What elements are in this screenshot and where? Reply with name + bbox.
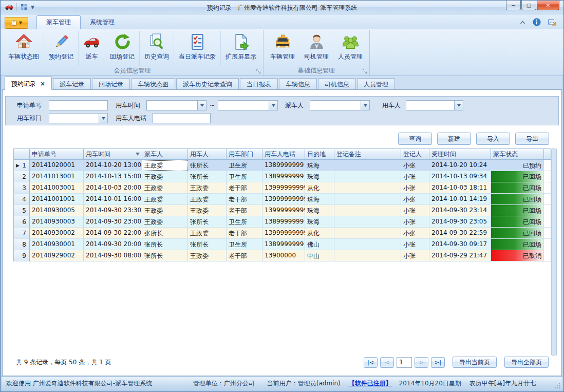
table-cell[interactable] [334, 239, 401, 250]
combo-dropdown-icon[interactable] [197, 101, 206, 110]
table-row[interactable]: 2201410130012014-10-13 15:00王政委张所长卫生所138… [13, 171, 551, 182]
table-cell[interactable]: 1389999999 [262, 216, 305, 228]
doc-tab[interactable]: 车辆信息 [279, 78, 317, 89]
table-cell[interactable]: 老干部 [227, 182, 262, 194]
resize-grip-icon[interactable] [555, 383, 560, 388]
ribbon-button[interactable]: 司机管理 [299, 31, 333, 66]
table-cell[interactable]: 王政委 [188, 228, 227, 239]
table-cell[interactable]: 王政委 [142, 216, 188, 228]
status-cell[interactable]: 已回场 [491, 205, 544, 216]
table-cell[interactable]: 2014-09-30 23:05 [429, 216, 491, 228]
table-row[interactable]: 6201409300032014-09-30 23:00王政委张所长卫生所138… [13, 216, 551, 228]
table-cell[interactable]: 王政委 [188, 250, 227, 262]
table-cell[interactable]: 1389999999 [262, 239, 305, 250]
table-row[interactable]: 7201409300022014-09-30 22:00张所长王政委老干部139… [13, 228, 551, 239]
ribbon-button[interactable]: 车辆管理 [266, 31, 299, 66]
table-cell[interactable]: 2014-10-03 20:00 [84, 182, 142, 194]
table-cell[interactable]: 20140930001 [30, 239, 84, 250]
row-indicator[interactable]: 6 [13, 216, 30, 228]
column-header[interactable]: 受理时间 [429, 148, 491, 160]
row-indicator[interactable]: 8 [13, 239, 30, 250]
license-link[interactable]: 【软件已注册】 [349, 379, 392, 388]
table-cell[interactable] [334, 194, 401, 205]
table-cell[interactable]: 张所长 [142, 239, 188, 250]
table-cell[interactable]: 老干部 [227, 205, 262, 216]
table-cell[interactable]: 老干部 [227, 194, 262, 205]
combo-dropdown-icon[interactable] [454, 101, 463, 110]
table-cell[interactable]: 20140930003 [30, 216, 84, 228]
doc-tab[interactable]: 车辆状态图 [131, 78, 175, 89]
combo-dropdown-icon[interactable] [99, 114, 107, 123]
table-cell[interactable]: 20141003001 [30, 182, 84, 194]
table-cell[interactable]: 20140930005 [30, 205, 84, 216]
new-button[interactable]: 新建 [437, 133, 471, 145]
row-indicator[interactable]: 4 [13, 194, 30, 205]
ribbon-button[interactable]: 回场登记 [105, 31, 139, 66]
table-cell[interactable]: 2014-09-30 22:00 [84, 228, 142, 239]
status-cell[interactable]: 已回场 [491, 216, 544, 228]
table-cell[interactable] [334, 160, 401, 171]
minimize-button[interactable]: ─ [506, 1, 521, 10]
table-cell[interactable]: 小张 [401, 250, 429, 262]
table-cell[interactable]: 老干部 [227, 228, 262, 239]
maximize-button[interactable]: ▢ [521, 1, 536, 10]
table-cell[interactable]: 中山 [305, 250, 334, 262]
doc-tab[interactable]: 回场记录 [92, 78, 130, 89]
table-cell[interactable]: 小张 [401, 205, 429, 216]
table-cell[interactable]: 从化 [305, 182, 334, 194]
car-user-combo[interactable] [406, 100, 463, 110]
table-cell[interactable]: 20141020001 [30, 160, 84, 171]
page-number-input[interactable] [397, 357, 412, 368]
row-indicator[interactable]: 9 [13, 250, 30, 262]
table-cell[interactable]: 2014-10-01 14:19 [429, 194, 491, 205]
ribbon-button[interactable]: 当日派车记录 [174, 31, 220, 66]
status-cell[interactable]: 已回场 [491, 182, 544, 194]
table-row[interactable]: 4201410010012014-10-01 16:00王政委王政委老干部139… [13, 194, 551, 205]
table-cell[interactable]: 王政委 [142, 171, 188, 182]
row-indicator[interactable]: 3 [13, 182, 30, 194]
table-cell[interactable] [334, 228, 401, 239]
table-cell[interactable]: 张所长 [188, 216, 227, 228]
export-current-page-button[interactable]: 导出当前页 [453, 357, 497, 368]
table-cell[interactable]: 20140930002 [30, 228, 84, 239]
status-cell[interactable]: 已回场 [491, 239, 544, 250]
grid-vertical-scrollbar[interactable] [551, 148, 557, 356]
first-page-button[interactable]: |< [364, 357, 378, 368]
application-menu-button[interactable]: ▼ [5, 17, 28, 29]
table-cell[interactable] [334, 182, 401, 194]
dept-combo[interactable] [49, 113, 108, 123]
dialog-launcher-icon[interactable] [256, 69, 261, 74]
table-cell[interactable]: 王政委 [188, 182, 227, 194]
table-cell[interactable]: 张所长 [188, 171, 227, 182]
ribbon-button[interactable]: 预约登记 [44, 31, 78, 66]
table-row[interactable]: 5201409300052014-09-30 23:30王政委王政委老干部139… [13, 205, 551, 216]
table-cell[interactable]: 珠海 [305, 171, 334, 182]
table-cell[interactable]: 老干部 [227, 250, 262, 262]
status-cell[interactable]: 已取消 [491, 250, 544, 262]
table-cell[interactable]: 2014-10-01 16:00 [84, 194, 142, 205]
table-cell[interactable]: 珠海 [305, 216, 334, 228]
table-cell[interactable]: 2014-09-30 20:00 [84, 239, 142, 250]
column-header[interactable]: 申请单号 [30, 148, 84, 160]
table-cell[interactable]: 13999999999 [262, 194, 305, 205]
table-cell[interactable]: 20141013001 [30, 171, 84, 182]
table-cell[interactable]: 2014-09-30 08:00 [84, 250, 142, 262]
table-cell[interactable]: 王政委 [142, 182, 188, 194]
table-cell[interactable]: 2014-09-30 23:00 [84, 216, 142, 228]
table-cell[interactable]: 1389999999 [262, 171, 305, 182]
column-header[interactable]: 用车部门 [227, 148, 262, 160]
request-no-input[interactable] [49, 100, 108, 110]
next-page-button[interactable]: > [415, 357, 428, 368]
row-indicator[interactable]: 5 [13, 205, 30, 216]
table-cell[interactable]: 小张 [401, 228, 429, 239]
ribbon-button[interactable]: 扩展屏显示 [220, 31, 261, 66]
table-cell[interactable]: 1389999999 [262, 160, 305, 171]
table-cell[interactable]: 2014-10-13 15:00 [84, 171, 142, 182]
table-cell[interactable]: 小张 [401, 216, 429, 228]
close-tab-icon[interactable]: × [40, 80, 45, 87]
use-time-from-combo[interactable] [146, 100, 206, 110]
info-icon[interactable] [533, 18, 541, 26]
doc-tab[interactable]: 人员管理 [357, 78, 395, 89]
export-button[interactable]: 导出 [515, 133, 549, 145]
ribbon-tab[interactable]: 派车管理 [36, 15, 81, 29]
